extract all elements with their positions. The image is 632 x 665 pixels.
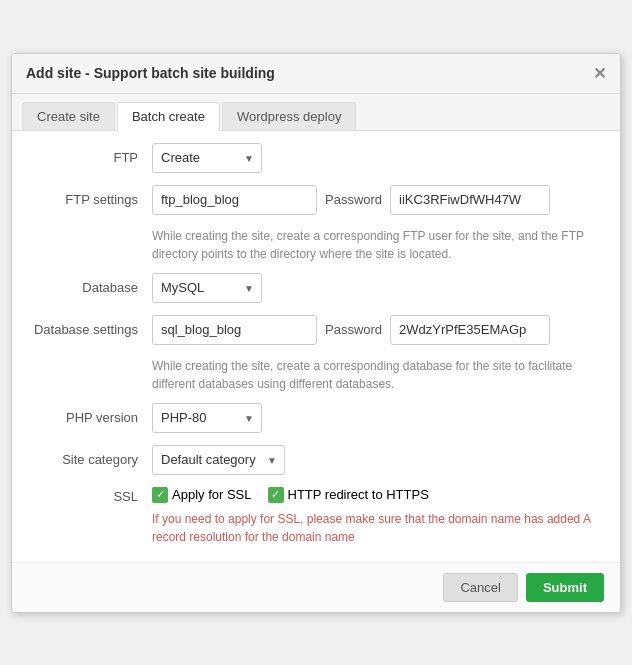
- site-category-select-wrapper: Default category ▼: [152, 445, 285, 475]
- database-password-input[interactable]: [390, 315, 550, 345]
- tab-bar: Create site Batch create Wordpress deplo…: [12, 94, 620, 131]
- database-control: MySQL None ▼: [152, 273, 600, 303]
- database-label: Database: [32, 280, 152, 295]
- ftp-password-input[interactable]: [390, 185, 550, 215]
- ssl-row: SSL ✓ Apply for SSL ✓ HTTP redirect to H…: [32, 487, 600, 504]
- dialog-title-text: Add site - Support batch site building: [26, 65, 275, 81]
- ftp-row: FTP Create None ▼: [32, 143, 600, 173]
- database-hint: While creating the site, create a corres…: [152, 357, 600, 393]
- database-settings-control: Password: [152, 315, 600, 345]
- ftp-settings-label: FTP settings: [32, 192, 152, 207]
- site-category-row: Site category Default category ▼: [32, 445, 600, 475]
- php-version-select-wrapper: PHP-80 PHP-74 PHP-72 ▼: [152, 403, 262, 433]
- ftp-select[interactable]: Create None: [152, 143, 262, 173]
- ftp-settings-row: FTP settings Password: [32, 185, 600, 215]
- database-settings-label: Database settings: [32, 322, 152, 337]
- database-select[interactable]: MySQL None: [152, 273, 262, 303]
- tab-batch-create[interactable]: Batch create: [117, 102, 220, 131]
- ftp-settings-input[interactable]: [152, 185, 317, 215]
- ftp-settings-control: Password: [152, 185, 600, 215]
- php-version-label: PHP version: [32, 410, 152, 425]
- tab-wordpress-deploy[interactable]: Wordpress deploy: [222, 102, 357, 130]
- ssl-label: SSL: [32, 487, 152, 504]
- ftp-label: FTP: [32, 150, 152, 165]
- dialog-body: FTP Create None ▼ FTP settings Password: [12, 131, 620, 562]
- php-version-control: PHP-80 PHP-74 PHP-72 ▼: [152, 403, 600, 433]
- database-password-label: Password: [325, 322, 382, 337]
- http-redirect-checkbox[interactable]: ✓: [268, 487, 284, 503]
- apply-ssl-wrapper: ✓ Apply for SSL: [152, 487, 252, 503]
- ftp-select-wrapper: Create None ▼: [152, 143, 262, 173]
- database-row: Database MySQL None ▼: [32, 273, 600, 303]
- submit-button[interactable]: Submit: [526, 573, 604, 602]
- site-category-control: Default category ▼: [152, 445, 600, 475]
- php-version-row: PHP version PHP-80 PHP-74 PHP-72 ▼: [32, 403, 600, 433]
- http-redirect-label: HTTP redirect to HTTPS: [288, 487, 429, 502]
- dialog-footer: Cancel Submit: [12, 562, 620, 612]
- site-category-select[interactable]: Default category: [152, 445, 285, 475]
- close-button[interactable]: ✕: [593, 64, 606, 83]
- tab-create-site[interactable]: Create site: [22, 102, 115, 130]
- cancel-button[interactable]: Cancel: [443, 573, 517, 602]
- ftp-hint: While creating the site, create a corres…: [152, 227, 600, 263]
- dialog: Add site - Support batch site building ✕…: [11, 53, 621, 613]
- apply-ssl-label: Apply for SSL: [172, 487, 252, 502]
- php-version-select[interactable]: PHP-80 PHP-74 PHP-72: [152, 403, 262, 433]
- apply-ssl-checkbox[interactable]: ✓: [152, 487, 168, 503]
- ssl-warning: If you need to apply for SSL, please mak…: [152, 510, 600, 546]
- ftp-password-label: Password: [325, 192, 382, 207]
- database-select-wrapper: MySQL None ▼: [152, 273, 262, 303]
- ftp-control: Create None ▼: [152, 143, 600, 173]
- site-category-label: Site category: [32, 452, 152, 467]
- ssl-control: ✓ Apply for SSL ✓ HTTP redirect to HTTPS: [152, 487, 600, 503]
- http-redirect-wrapper: ✓ HTTP redirect to HTTPS: [268, 487, 429, 503]
- database-settings-input[interactable]: [152, 315, 317, 345]
- database-settings-row: Database settings Password: [32, 315, 600, 345]
- dialog-title: Add site - Support batch site building ✕: [12, 54, 620, 94]
